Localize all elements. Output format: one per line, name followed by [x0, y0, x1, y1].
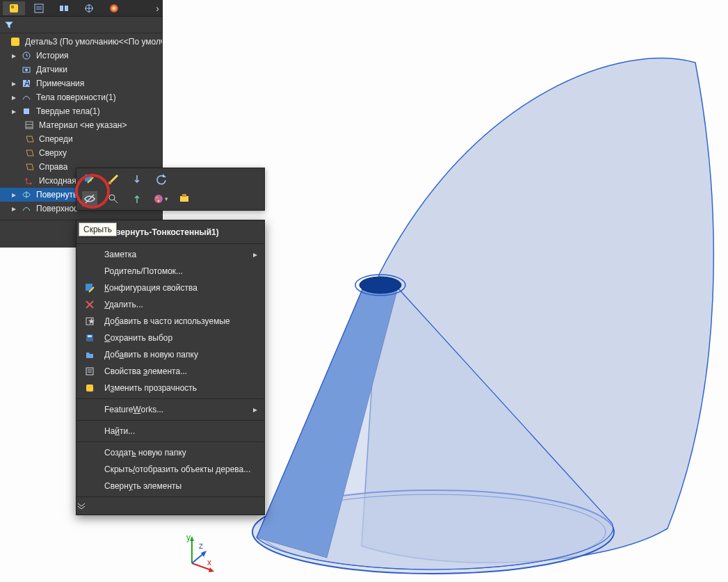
svg-rect-22 — [11, 38, 19, 46]
surface-feature-icon — [21, 203, 32, 214]
transparency-icon — [83, 382, 96, 394]
expand-toggle[interactable]: ▸ — [10, 79, 18, 88]
svg-rect-13 — [35, 4, 43, 13]
menu-more-indicator[interactable] — [76, 499, 264, 512]
svg-rect-50 — [88, 335, 92, 337]
menu-item-find[interactable]: Найти... — [76, 423, 264, 439]
orientation-triad[interactable]: y x z — [178, 532, 220, 574]
menu-item-comment[interactable]: Заметка▸ — [76, 246, 264, 263]
tab-property-manager[interactable] — [28, 1, 50, 15]
edit-sketch-button[interactable] — [106, 172, 121, 187]
tree-item-material[interactable]: ▸ Материал <не указан> — [0, 118, 162, 132]
expand-toggle[interactable]: ▸ — [10, 106, 18, 116]
menu-item-add-to-folder[interactable]: Добавить в новую папку — [76, 346, 264, 363]
svg-text:z: z — [199, 541, 203, 551]
menu-item-featureworks[interactable]: FeatureWorks...▸ — [76, 401, 264, 418]
menu-item-add-favorite[interactable]: ★ Добавить в часто используемые — [76, 313, 264, 330]
svg-text:A: A — [24, 79, 30, 88]
solid-bodies-icon — [21, 106, 32, 117]
edit-feature-button[interactable] — [82, 172, 97, 187]
menu-item-parent-child[interactable]: Родитель/Потомок... — [76, 263, 264, 280]
delete-icon — [83, 298, 96, 311]
plane-icon — [24, 147, 35, 159]
menu-item-delete[interactable]: Удалить... — [76, 296, 264, 313]
expand-toggle[interactable]: ▸ — [10, 190, 18, 200]
tree-root[interactable]: ▸ Деталь3 (По умолчанию<<По умолч — [0, 35, 162, 49]
part-icon — [10, 36, 21, 47]
history-icon — [21, 50, 32, 61]
svg-rect-16 — [60, 6, 63, 11]
material-icon — [24, 120, 35, 131]
zoom-to-button[interactable] — [106, 191, 121, 207]
tab-configuration-manager[interactable] — [53, 1, 75, 15]
funnel-icon — [4, 20, 14, 30]
context-menu: Повернуть-Тонкостенный1) Заметка▸ Родите… — [76, 220, 265, 515]
svg-marker-6 — [209, 567, 214, 572]
tree-item-top-plane[interactable]: ▸ Сверху — [0, 146, 162, 160]
svg-marker-9 — [201, 551, 207, 557]
menu-item-configure-feature[interactable]: Конфигурация свойства — [76, 280, 264, 296]
rollback-button[interactable] — [153, 172, 168, 187]
svg-line-37 — [114, 200, 118, 203]
tab-display-manager[interactable] — [103, 1, 125, 15]
folder-icon — [83, 348, 96, 361]
svg-rect-12 — [11, 6, 14, 8]
svg-point-36 — [109, 195, 115, 200]
menu-item-feature-properties[interactable]: Свойства элемента... — [76, 363, 264, 380]
svg-rect-42 — [180, 196, 188, 202]
context-toolbar — [76, 168, 265, 211]
revolve-icon — [21, 189, 32, 200]
expand-toggle[interactable]: ▸ — [10, 51, 18, 60]
svg-point-40 — [160, 197, 162, 200]
expand-toggle[interactable]: ▸ — [10, 204, 18, 213]
favorite-icon: ★ — [83, 315, 96, 328]
svg-text:x: x — [207, 558, 211, 567]
surface-bodies-icon — [21, 92, 32, 103]
tree-filter-bar[interactable] — [0, 17, 162, 33]
menu-item-save-selection[interactable]: Сохранить выбор — [76, 330, 264, 346]
expand-toggle[interactable]: ▸ — [10, 92, 18, 102]
tree-item-surface-bodies[interactable]: ▸ Тела поверхности(1) — [0, 90, 162, 104]
menu-item-create-folder[interactable]: Создать новую папку — [76, 444, 264, 461]
normal-to-button[interactable] — [129, 191, 145, 207]
tree-root-label: Деталь3 (По умолчанию<<По умолч — [24, 37, 162, 47]
tree-item-solid-bodies[interactable]: ▸ Твердые тела(1) — [0, 104, 162, 118]
svg-rect-55 — [88, 387, 93, 391]
menu-item-change-transparency[interactable]: Изменить прозрачность — [76, 380, 264, 396]
origin-icon — [24, 175, 35, 186]
tree-item-annotations[interactable]: ▸ A Примечания — [0, 76, 162, 90]
config-icon — [83, 282, 96, 294]
cone-top-hole — [359, 277, 401, 293]
svg-rect-28 — [24, 108, 29, 114]
tree-item-front-plane[interactable]: ▸ Спереди — [0, 132, 162, 146]
svg-point-39 — [156, 197, 159, 199]
svg-point-25 — [25, 69, 28, 72]
save-icon — [83, 332, 96, 344]
tooltip: Скрыть — [79, 223, 117, 236]
appearance-button[interactable] — [153, 191, 168, 207]
sensors-icon — [21, 64, 32, 75]
suppress-button[interactable] — [129, 172, 145, 187]
tree-item-sensors[interactable]: ▸ Датчики — [0, 63, 162, 76]
menu-item-collapse[interactable]: Свернуть элементы — [76, 478, 264, 494]
plane-icon — [24, 134, 35, 145]
tree-item-history[interactable]: ▸ История — [0, 49, 162, 63]
panel-tabs-more[interactable]: › — [156, 3, 159, 14]
menu-item-hide-show-tree[interactable]: Скрыть/отобразить объекты дерева... — [76, 461, 264, 478]
svg-text:y: y — [186, 533, 191, 542]
hide-button[interactable] — [82, 191, 97, 207]
plane-icon — [24, 161, 35, 172]
svg-rect-43 — [182, 194, 186, 197]
props-icon — [83, 365, 96, 378]
svg-text:★: ★ — [88, 316, 95, 326]
svg-rect-34 — [108, 181, 111, 184]
annotations-icon: A — [21, 78, 32, 89]
svg-point-41 — [158, 200, 160, 202]
svg-rect-17 — [65, 6, 68, 11]
isolate-button[interactable] — [177, 191, 192, 207]
svg-rect-51 — [86, 368, 93, 375]
tab-dimxpert[interactable] — [78, 1, 100, 15]
svg-point-21 — [110, 4, 118, 13]
panel-tabstrip: › — [0, 0, 162, 17]
tab-feature-tree[interactable] — [3, 1, 25, 15]
